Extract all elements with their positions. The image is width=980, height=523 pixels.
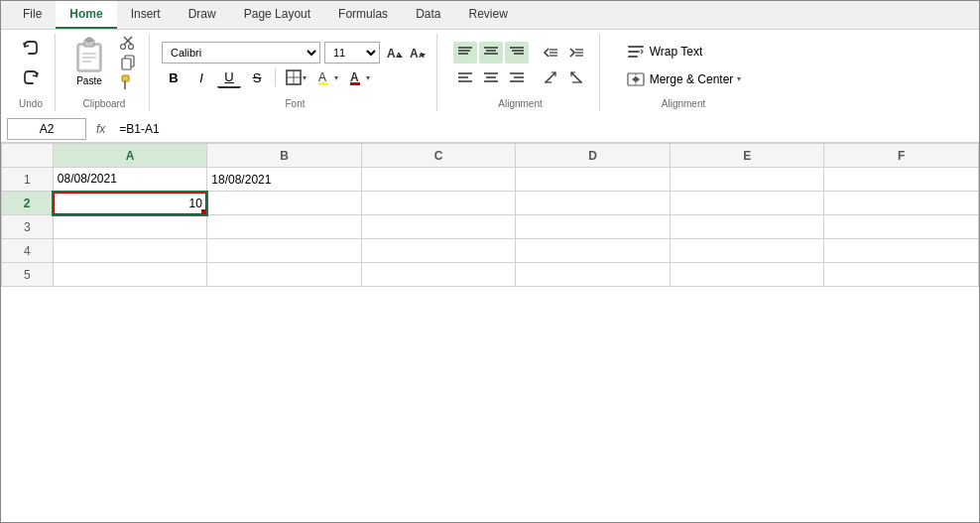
tab-file[interactable]: File [9, 1, 56, 29]
cell-e4[interactable] [670, 239, 824, 263]
cell-d3[interactable] [516, 215, 671, 239]
cell-reference-input[interactable] [7, 118, 86, 140]
tab-draw[interactable]: Draw [175, 1, 230, 29]
format-painter-icon [120, 74, 136, 90]
cut-button[interactable] [115, 34, 141, 52]
svg-rect-13 [122, 75, 129, 81]
svg-text:A: A [350, 70, 359, 84]
merge-center-button[interactable]: Merge & Center ▾ [622, 67, 746, 91]
font-color-icon: A [348, 68, 366, 86]
align-top-right-icon [508, 44, 526, 62]
cell-a2[interactable]: 10 [53, 192, 207, 215]
tab-data[interactable]: Data [402, 1, 454, 29]
bold-button[interactable]: B [162, 66, 185, 88]
font-group-label: Font [285, 96, 305, 111]
cell-f1[interactable] [824, 168, 979, 192]
cell-c1[interactable] [361, 168, 516, 192]
decrease-font-size-button[interactable]: A A [407, 42, 429, 64]
excel-window: File Home Insert Draw Page Layout Formul… [0, 0, 980, 523]
alignment-group-label: Alignment [498, 96, 542, 111]
spreadsheet: A B C D E F 1 08/08/2021 18/08/2021 [1, 143, 979, 522]
align-top-left-icon [456, 44, 474, 62]
undo-icon [21, 38, 41, 58]
cell-a3[interactable] [53, 215, 207, 239]
format-painter-button[interactable] [115, 73, 141, 91]
svg-rect-12 [122, 59, 131, 69]
cell-f2[interactable] [824, 192, 979, 215]
text-direction-2-button[interactable] [564, 66, 588, 88]
font-color-button[interactable]: A ▾ [345, 66, 373, 88]
cell-e1[interactable] [670, 168, 824, 192]
align-right-button[interactable] [505, 66, 529, 88]
cell-f4[interactable] [824, 239, 979, 263]
tab-page-layout[interactable]: Page Layout [230, 1, 324, 29]
cell-d5[interactable] [516, 263, 671, 287]
svg-rect-3 [86, 38, 92, 42]
cell-c3[interactable] [361, 215, 516, 239]
cell-b1[interactable]: 18/08/2021 [207, 168, 362, 192]
col-header-c[interactable]: C [361, 144, 516, 168]
decrease-indent-button[interactable] [539, 42, 562, 64]
cell-c5[interactable] [361, 263, 516, 287]
font-size-select[interactable]: 11 [324, 42, 380, 64]
redo-button[interactable] [15, 64, 47, 91]
cell-e5[interactable] [670, 263, 824, 287]
tab-formulas[interactable]: Formulas [324, 1, 402, 29]
copy-button[interactable] [115, 54, 141, 71]
cell-a1[interactable]: 08/08/2021 [53, 168, 207, 192]
tab-home[interactable]: Home [56, 1, 116, 29]
increase-indent-icon [567, 44, 585, 62]
align-left-button[interactable] [453, 66, 477, 88]
col-header-e[interactable]: E [670, 144, 824, 168]
tab-review[interactable]: Review [454, 1, 521, 29]
align-top-right-button[interactable] [505, 42, 529, 64]
decrease-font-size-icon: A A [409, 44, 427, 62]
decrease-indent-icon [542, 44, 559, 62]
cell-c4[interactable] [361, 239, 516, 263]
clipboard-group-label: Clipboard [83, 96, 126, 111]
cell-f5[interactable] [824, 263, 979, 287]
paste-button[interactable]: Paste [67, 34, 111, 88]
wrap-merge-group: Wrap Text Merge & Center ▾ Alignment [604, 34, 763, 111]
align-center-button[interactable] [479, 42, 503, 64]
svg-line-52 [546, 72, 555, 82]
increase-indent-button[interactable] [564, 42, 588, 64]
cell-b3[interactable] [207, 215, 362, 239]
strikethrough-button[interactable]: S [245, 66, 269, 88]
cell-b4[interactable] [207, 239, 362, 263]
cell-d1[interactable] [516, 168, 671, 192]
wrap-text-button[interactable]: Wrap Text [622, 40, 707, 64]
fill-color-dropdown-arrow: ▾ [334, 73, 338, 82]
cell-c2[interactable] [361, 192, 516, 215]
col-header-a[interactable]: A [53, 144, 207, 168]
cell-b2[interactable] [207, 192, 362, 215]
font-name-select[interactable]: Calibri [162, 42, 320, 64]
fill-color-button[interactable]: A ▾ [313, 66, 341, 88]
align-top-left-button[interactable] [453, 42, 477, 64]
tab-insert[interactable]: Insert [117, 1, 175, 29]
cell-d2[interactable] [516, 192, 671, 215]
col-header-b[interactable]: B [207, 144, 362, 168]
italic-button[interactable]: I [189, 66, 213, 88]
col-header-d[interactable]: D [516, 144, 671, 168]
ribbon-tabs: File Home Insert Draw Page Layout Formul… [1, 1, 979, 30]
merge-center-icon [626, 69, 646, 89]
cell-a4[interactable] [53, 239, 207, 263]
align-middle-button[interactable] [479, 66, 503, 88]
cell-b5[interactable] [207, 263, 362, 287]
undo-button[interactable] [15, 34, 47, 62]
table-row: 1 08/08/2021 18/08/2021 [2, 168, 979, 192]
formula-input[interactable] [115, 118, 973, 140]
increase-font-size-button[interactable]: A A [384, 42, 406, 64]
col-header-f[interactable]: F [824, 144, 979, 168]
cell-d4[interactable] [516, 239, 671, 263]
cell-a5[interactable] [53, 263, 207, 287]
borders-button[interactable]: ▾ [282, 66, 309, 88]
text-direction-button[interactable] [539, 66, 562, 88]
underline-button[interactable]: U [217, 66, 241, 88]
svg-rect-56 [628, 46, 644, 48]
cell-e2[interactable] [670, 192, 824, 215]
redo-icon [21, 67, 41, 87]
cell-f3[interactable] [824, 215, 979, 239]
cell-e3[interactable] [670, 215, 824, 239]
